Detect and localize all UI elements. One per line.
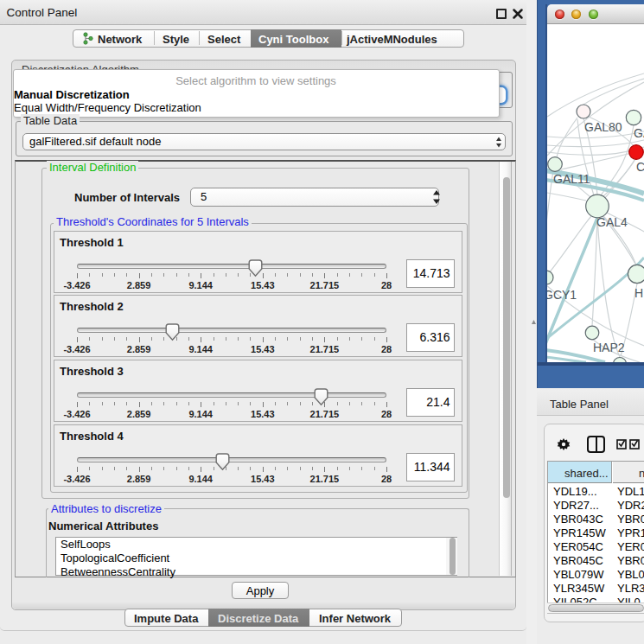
- svg-text:GCY1: GCY1: [547, 288, 577, 302]
- svg-text:C: C: [636, 160, 644, 174]
- svg-text:GAL80: GAL80: [584, 120, 622, 134]
- svg-text:HAP2: HAP2: [593, 341, 625, 354]
- svg-text:GAL11: GAL11: [553, 172, 590, 186]
- svg-text:GAL4: GAL4: [596, 215, 628, 229]
- svg-text:H: H: [634, 286, 643, 300]
- svg-text:GA: GA: [634, 126, 644, 140]
